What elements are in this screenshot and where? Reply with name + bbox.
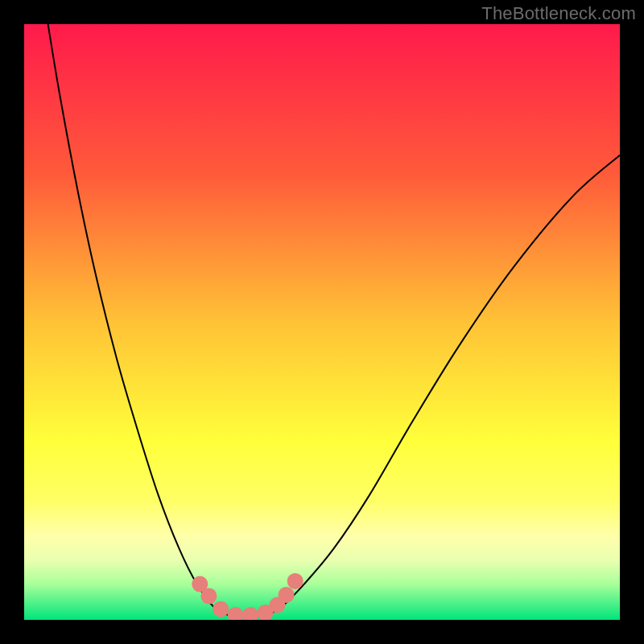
plot-area xyxy=(24,24,620,620)
chart-frame: TheBottleneck.com xyxy=(0,0,644,644)
dot-pink-dots xyxy=(213,601,229,617)
heatmap-background xyxy=(24,24,620,620)
dot-pink-dots xyxy=(279,587,295,603)
chart-svg xyxy=(24,24,620,620)
watermark-text: TheBottleneck.com xyxy=(481,3,636,24)
dot-pink-dots xyxy=(200,588,217,604)
dot-pink-dots xyxy=(287,573,303,589)
